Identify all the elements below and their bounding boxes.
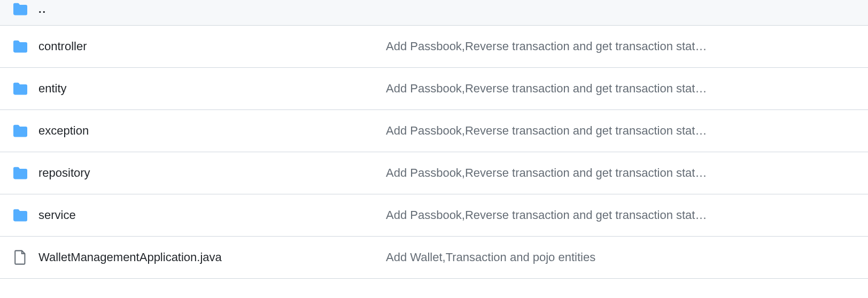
file-row[interactable]: exceptionAdd Passbook,Reverse transactio… <box>0 110 868 152</box>
file-row[interactable]: WalletManagementApplication.javaAdd Wall… <box>0 237 868 279</box>
commit-message[interactable]: Add Passbook,Reverse transaction and get… <box>386 40 855 53</box>
folder-icon <box>13 166 28 181</box>
file-name[interactable]: service <box>38 208 386 222</box>
folder-icon <box>13 81 28 96</box>
file-icon <box>13 250 28 265</box>
file-list: ..controllerAdd Passbook,Reverse transac… <box>0 0 868 279</box>
commit-message[interactable]: Add Passbook,Reverse transaction and get… <box>386 166 855 180</box>
folder-icon <box>13 39 28 54</box>
folder-icon <box>13 2 28 17</box>
file-name[interactable]: exception <box>38 124 386 138</box>
file-name[interactable]: controller <box>38 40 386 53</box>
folder-icon <box>13 123 28 138</box>
commit-message[interactable]: Add Passbook,Reverse transaction and get… <box>386 208 855 222</box>
file-name[interactable]: entity <box>38 82 386 96</box>
file-row[interactable]: repositoryAdd Passbook,Reverse transacti… <box>0 152 868 194</box>
commit-message[interactable]: Add Passbook,Reverse transaction and get… <box>386 82 855 96</box>
commit-message[interactable]: Add Passbook,Reverse transaction and get… <box>386 124 855 138</box>
folder-icon <box>13 208 28 223</box>
file-row[interactable]: .. <box>0 0 868 26</box>
file-row[interactable]: serviceAdd Passbook,Reverse transaction … <box>0 194 868 237</box>
file-name[interactable]: .. <box>38 2 386 16</box>
commit-message[interactable]: Add Wallet,Transaction and pojo entities <box>386 250 855 264</box>
file-row[interactable]: controllerAdd Passbook,Reverse transacti… <box>0 26 868 68</box>
file-name[interactable]: repository <box>38 166 386 180</box>
file-row[interactable]: entityAdd Passbook,Reverse transaction a… <box>0 68 868 110</box>
file-name[interactable]: WalletManagementApplication.java <box>38 250 386 264</box>
